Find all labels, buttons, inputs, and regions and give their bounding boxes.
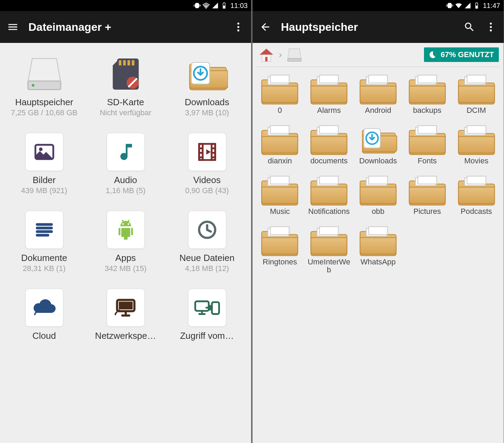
folder-item[interactable]: Ringtones: [256, 224, 303, 274]
phone-right: 11:47 Hauptspeicher ›: [253, 0, 504, 443]
svg-rect-42: [467, 75, 486, 83]
menu-button[interactable]: [7, 21, 19, 33]
back-button[interactable]: [259, 21, 271, 33]
clock-icon: [186, 209, 228, 251]
overflow-button[interactable]: [232, 21, 244, 33]
hamburger-icon: [7, 21, 19, 33]
category-title: Neue Dateien: [179, 253, 235, 263]
folder-icon: [309, 224, 349, 256]
folder-name: dianxin: [268, 157, 292, 165]
app-title: Hauptspeicher: [281, 21, 454, 34]
svg-rect-66: [320, 227, 338, 235]
folder-item[interactable]: Alarms: [306, 72, 352, 114]
wifi-icon: [203, 2, 210, 9]
downloads-folder-icon: [186, 53, 228, 95]
category-item[interactable]: Zugriff vom…: [173, 287, 242, 341]
svg-rect-58: [369, 176, 387, 184]
folder-icon: [457, 72, 496, 105]
android-icon: [105, 209, 147, 251]
arrow-back-icon: [259, 21, 271, 33]
storage-usage-badge[interactable]: 67% GENUTZT: [424, 47, 499, 62]
folder-item[interactable]: UmeInterWeb: [306, 224, 352, 274]
folder-item[interactable]: documents: [306, 123, 352, 165]
svg-point-0: [237, 22, 239, 25]
folder-item[interactable]: Downloads: [355, 123, 401, 165]
cloud-icon: [24, 287, 65, 328]
folder-item[interactable]: DCIM: [453, 72, 500, 114]
category-title: SD-Karte: [107, 97, 144, 108]
folder-icon: [457, 123, 496, 155]
folder-item[interactable]: Android: [355, 72, 401, 114]
folder-item[interactable]: obb: [355, 173, 401, 215]
folder-name: UmeInterWeb: [306, 258, 352, 274]
category-item[interactable]: Downloads 3,97 MB (10): [173, 53, 242, 117]
folder-icon: [309, 123, 349, 155]
folder-item[interactable]: Movies: [453, 123, 500, 165]
svg-rect-24: [195, 301, 209, 311]
status-icons: [446, 2, 480, 9]
folder-name: Android: [365, 106, 391, 114]
folder-name: Fonts: [418, 157, 437, 165]
signal-icon: [212, 2, 219, 9]
category-item[interactable]: Hauptspeicher 7,25 GB / 10,68 GB: [10, 53, 79, 117]
folder-item[interactable]: Notifications: [306, 173, 352, 215]
folder-item[interactable]: backups: [404, 72, 451, 114]
category-item[interactable]: SD-Karte Nicht verfügbar: [91, 53, 160, 117]
drive-icon: [285, 46, 303, 64]
wifi-icon: [455, 2, 462, 9]
status-time: 11:03: [230, 2, 248, 10]
svg-rect-40: [418, 75, 436, 83]
home-icon: [257, 46, 275, 64]
svg-rect-44: [271, 126, 289, 134]
transfer-icon: [186, 287, 228, 328]
search-button[interactable]: [463, 21, 475, 33]
folder-icon: [260, 72, 300, 105]
folder-item[interactable]: 0: [256, 72, 303, 114]
folder-icon: [407, 72, 447, 105]
category-sub: 28,31 KB (1): [23, 264, 66, 273]
folder-name: documents: [310, 157, 348, 165]
folder-icon: [407, 173, 447, 206]
folder-item[interactable]: Music: [256, 173, 303, 215]
usage-text: 67% GENUTZT: [441, 50, 494, 59]
folder-name: DCIM: [467, 106, 486, 114]
music-icon: [105, 131, 147, 173]
folder-item[interactable]: Podcasts: [453, 173, 500, 215]
category-title: Dokumente: [21, 253, 67, 263]
folder-item[interactable]: WhatsApp: [355, 224, 401, 274]
folder-grid: 0 Alarms Android backups DCIM dianxin do…: [253, 67, 504, 443]
svg-rect-8: [132, 60, 134, 65]
app-title: Dateimanager +: [28, 21, 223, 34]
category-item[interactable]: Apps 342 MB (15): [91, 209, 160, 273]
folder-item[interactable]: dianxin: [256, 123, 303, 165]
folder-item[interactable]: Pictures: [404, 173, 451, 215]
folder-item[interactable]: Fonts: [404, 123, 451, 165]
folder-name: backups: [413, 106, 441, 114]
app-bar: Dateimanager +: [0, 11, 251, 43]
folder-icon: [309, 173, 349, 206]
svg-rect-38: [369, 75, 387, 83]
svg-rect-50: [418, 126, 436, 134]
svg-rect-25: [212, 302, 219, 314]
svg-rect-68: [369, 227, 387, 235]
vibrate-icon: [194, 2, 201, 9]
svg-point-19: [127, 223, 129, 225]
svg-rect-52: [467, 126, 486, 134]
breadcrumb-drive[interactable]: [285, 46, 303, 64]
chevron-right-icon: ›: [279, 49, 282, 60]
category-item[interactable]: Audio 1,16 MB (5): [91, 131, 160, 195]
breadcrumb-home[interactable]: [257, 46, 275, 64]
category-item[interactable]: Neue Dateien 4,18 MB (12): [173, 209, 242, 273]
status-bar: 11:47: [253, 0, 504, 11]
category-title: Hauptspeicher: [15, 97, 73, 108]
overflow-button[interactable]: [485, 21, 497, 33]
category-item[interactable]: Dokumente 28,31 KB (1): [10, 209, 79, 273]
folder-icon: [407, 123, 447, 155]
category-item[interactable]: Bilder 439 MB (921): [10, 131, 79, 195]
folder-name: Music: [270, 207, 290, 215]
svg-rect-6: [123, 60, 126, 65]
category-item[interactable]: Videos 0,90 GB (43): [173, 131, 242, 195]
category-item[interactable]: Netzwerkspe…: [91, 287, 160, 341]
category-item[interactable]: Cloud: [10, 287, 79, 341]
breadcrumb-row: › 67% GENUTZT: [253, 43, 504, 66]
